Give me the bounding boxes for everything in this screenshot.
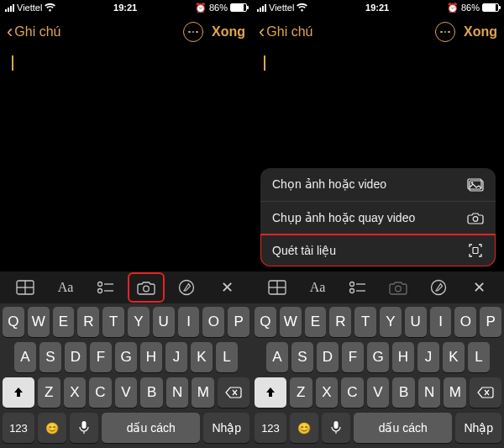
key-q[interactable]: Q	[255, 307, 276, 337]
key-u[interactable]: U	[153, 307, 175, 337]
markup-button[interactable]	[423, 276, 454, 299]
text-format-button[interactable]: Aa	[50, 276, 81, 299]
photo-library-icon	[467, 177, 484, 192]
key-r[interactable]: R	[329, 307, 351, 337]
key-a[interactable]: A	[14, 342, 36, 372]
key-row-1: Q W E R T Y U I O P	[3, 307, 249, 337]
key-w[interactable]: W	[28, 307, 50, 337]
key-o[interactable]: O	[202, 307, 224, 337]
key-n[interactable]: N	[166, 377, 189, 408]
key-p[interactable]: P	[228, 307, 249, 337]
back-chevron-icon[interactable]: ‹	[7, 23, 13, 41]
return-key[interactable]: Nhập	[455, 413, 501, 443]
shift-key[interactable]	[3, 377, 34, 408]
space-key[interactable]: dấu cách	[102, 413, 200, 443]
key-v[interactable]: V	[115, 377, 138, 408]
key-j[interactable]: J	[417, 342, 439, 372]
key-f[interactable]: F	[90, 342, 112, 372]
mic-key[interactable]	[322, 413, 350, 443]
key-p[interactable]: P	[480, 307, 501, 337]
backspace-key[interactable]	[470, 377, 501, 408]
key-t[interactable]: T	[354, 307, 376, 337]
note-editor[interactable]: Chọn ảnh hoặc video Chụp ảnh hoặc quay v…	[252, 49, 504, 271]
camera-button[interactable]	[131, 276, 161, 299]
key-s[interactable]: S	[291, 342, 313, 372]
space-key[interactable]: dấu cách	[354, 413, 452, 443]
key-f[interactable]: F	[342, 342, 364, 372]
key-a[interactable]: A	[266, 342, 288, 372]
key-d[interactable]: D	[65, 342, 87, 372]
signal-icon	[5, 4, 14, 12]
mic-key[interactable]	[70, 413, 98, 443]
scan-documents-item[interactable]: Quét tài liệu	[260, 235, 496, 266]
key-k[interactable]: K	[443, 342, 465, 372]
key-h[interactable]: H	[140, 342, 162, 372]
emoji-key[interactable]: 😊	[38, 413, 66, 443]
close-toolbar-button[interactable]: ✕	[212, 276, 242, 299]
table-button[interactable]	[262, 276, 292, 299]
key-o[interactable]: O	[454, 307, 476, 337]
key-q[interactable]: Q	[3, 307, 24, 337]
key-k[interactable]: K	[191, 342, 213, 372]
checklist-button[interactable]	[91, 276, 121, 299]
key-i[interactable]: I	[430, 307, 452, 337]
key-m[interactable]: M	[192, 377, 214, 408]
backspace-key[interactable]	[218, 377, 249, 408]
key-x[interactable]: X	[316, 377, 339, 408]
wifi-icon	[297, 3, 307, 12]
key-w[interactable]: W	[280, 307, 302, 337]
key-v[interactable]: V	[367, 377, 390, 408]
more-button[interactable]	[183, 22, 203, 42]
key-c[interactable]: C	[89, 377, 112, 408]
shift-key[interactable]	[255, 377, 286, 408]
key-s[interactable]: S	[39, 342, 61, 372]
key-x[interactable]: X	[64, 377, 87, 408]
choose-photo-label: Chọn ảnh hoặc video	[272, 177, 467, 192]
key-c[interactable]: C	[341, 377, 364, 408]
key-n[interactable]: N	[418, 377, 441, 408]
close-toolbar-button[interactable]: ✕	[464, 276, 494, 299]
done-button[interactable]: Xong	[464, 24, 497, 40]
more-button[interactable]	[435, 22, 455, 42]
table-button[interactable]	[10, 276, 40, 299]
key-b[interactable]: B	[140, 377, 163, 408]
note-editor[interactable]	[0, 49, 252, 271]
markup-button[interactable]	[171, 276, 202, 299]
camera-button[interactable]	[383, 276, 413, 299]
svg-point-3	[98, 282, 102, 287]
key-y[interactable]: Y	[128, 307, 150, 337]
key-u[interactable]: U	[405, 307, 427, 337]
numbers-key[interactable]: 123	[255, 413, 286, 443]
key-d[interactable]: D	[317, 342, 339, 372]
key-row-4: 123 😊 dấu cách Nhập	[3, 413, 249, 443]
key-e[interactable]: E	[305, 307, 327, 337]
choose-photo-item[interactable]: Chọn ảnh hoặc video	[260, 168, 496, 201]
key-y[interactable]: Y	[380, 307, 402, 337]
key-b[interactable]: B	[392, 377, 415, 408]
key-g[interactable]: G	[115, 342, 137, 372]
take-photo-item[interactable]: Chụp ảnh hoặc quay video	[260, 202, 496, 235]
back-label[interactable]: Ghi chú	[14, 24, 60, 40]
key-h[interactable]: H	[392, 342, 414, 372]
key-l[interactable]: L	[216, 342, 238, 372]
phone-right: Viettel 19:21 ⏰ 86% ‹ Ghi chú Xong Chọn …	[252, 0, 504, 448]
key-m[interactable]: M	[444, 377, 466, 408]
return-key[interactable]: Nhập	[203, 413, 249, 443]
key-z[interactable]: Z	[290, 377, 312, 408]
done-button[interactable]: Xong	[212, 24, 245, 40]
checklist-button[interactable]	[343, 276, 373, 299]
back-label[interactable]: Ghi chú	[266, 24, 312, 40]
emoji-key[interactable]: 😊	[290, 413, 318, 443]
numbers-key[interactable]: 123	[3, 413, 34, 443]
back-chevron-icon[interactable]: ‹	[259, 23, 265, 41]
key-r[interactable]: R	[77, 307, 99, 337]
key-i[interactable]: I	[178, 307, 200, 337]
key-z[interactable]: Z	[38, 377, 60, 408]
key-g[interactable]: G	[367, 342, 389, 372]
key-j[interactable]: J	[165, 342, 187, 372]
editor-toolbar: Aa ✕	[0, 271, 252, 303]
key-e[interactable]: E	[53, 307, 75, 337]
text-format-button[interactable]: Aa	[302, 276, 333, 299]
key-t[interactable]: T	[102, 307, 124, 337]
key-l[interactable]: L	[468, 342, 490, 372]
